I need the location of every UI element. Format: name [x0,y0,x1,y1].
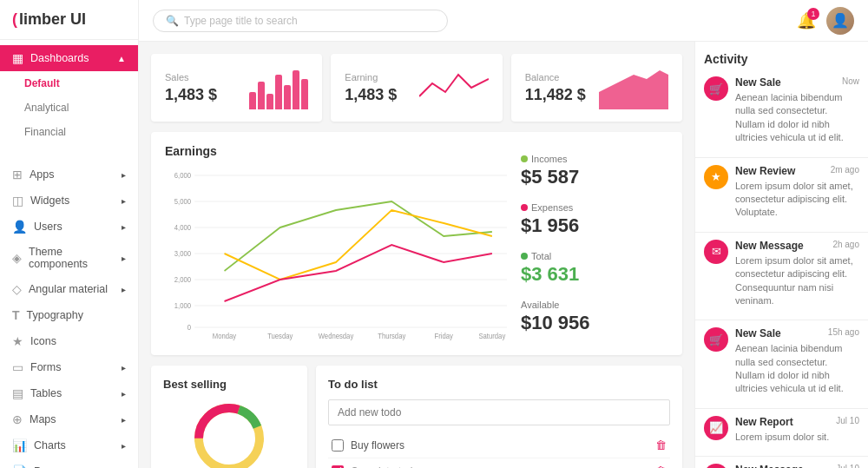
search-icon: 🔍 [166,15,179,27]
stat-label: Balance [525,72,586,82]
todo-input[interactable] [328,399,670,425]
total-value: $3 631 [521,263,668,286]
maps-icon: ⊕ [12,412,23,426]
activity-item-6: ✉ New Message Jul 10 Lorem ipsum dolor s… [704,464,859,468]
bar [301,79,308,109]
stat-label: Sales [165,72,217,82]
total-stat: Total $3 631 [521,251,668,286]
sidebar-item-label: Analytical [24,102,69,114]
sidebar-section-dashboards: ▦ Dashboards ▲ Default Analytical Financ… [0,40,138,149]
sidebar-item-analytical[interactable]: Analytical [0,96,138,120]
todo-checkbox-2[interactable] [332,465,344,469]
sidebar-item-pages[interactable]: 📄 Pages ▸ [0,458,138,468]
activity-body-5: New Report Jul 10 Lorem ipsum dolor sit. [735,416,859,444]
chevron-icon: ▲ [117,54,126,63]
incomes-dot [521,155,528,162]
main-area: 🔍 Type page title to search 🔔 1 👤 Sales … [139,0,868,468]
svg-text:3,000: 3,000 [174,248,192,258]
activity-panel: Activity 🛒 New Sale Now Aenean lacinia b… [694,42,868,468]
chevron-icon: ▸ [122,441,126,451]
svg-text:Thursday: Thursday [378,331,406,340]
activity-icon-1: 🛒 [704,76,728,101]
content-area: Sales 1,483 $ [139,42,868,468]
chevron-icon: ▸ [122,415,126,425]
sidebar-item-label: Dashboards [30,52,89,64]
activity-item-1: 🛒 New Sale Now Aenean lacinia bibendum n… [704,76,859,145]
dashboard-main: Sales 1,483 $ [139,42,694,468]
sidebar-item-dashboards[interactable]: ▦ Dashboards ▲ [0,45,138,71]
activity-item-3: ✉ New Message 2h ago Lorem ipsum dolor s… [704,240,859,308]
user-avatar[interactable]: 👤 [826,7,854,35]
sidebar-item-angular[interactable]: ◇ Angular material ▸ [0,276,138,302]
best-selling-title: Best selling [163,378,295,391]
svg-text:Saturday: Saturday [478,331,506,340]
todo-title: To do list [328,378,670,391]
stats-row: Sales 1,483 $ [151,54,682,122]
total-label: Total [521,251,668,261]
activity-icon-2: ★ [704,165,728,189]
donut-chart [163,399,295,468]
forms-icon: ▭ [12,360,23,374]
activity-icon-4: 🛒 [704,327,728,352]
angular-icon: ◇ [12,282,22,296]
widgets-icon: ◫ [12,194,23,208]
sidebar-item-widgets[interactable]: ◫ Widgets ▸ [0,188,138,214]
sidebar-section-main: ⊞ Apps ▸ ◫ Widgets ▸ 👤 Users ▸ ◈ Theme c… [0,156,138,468]
earnings-chart-left: Earnings 6,000 5,000 4,000 [165,144,507,343]
sidebar: (limber UI ▦ Dashboards ▲ Default Analyt… [0,0,139,468]
todo-section: To do list Buy flowers 🗑 Complete todo a… [316,366,682,468]
svg-text:1,000: 1,000 [174,300,192,310]
bar [275,75,282,109]
stat-value: 1,483 $ [345,86,397,104]
sidebar-item-label: Apps [30,168,55,181]
incomes-stat: Incomes $5 587 [521,154,668,188]
todo-delete-1[interactable]: 🗑 [655,438,667,452]
sidebar-item-maps[interactable]: ⊕ Maps ▸ [0,406,138,432]
sidebar-item-icons[interactable]: ★ Icons [0,328,138,354]
sidebar-item-label: Typography [27,309,83,321]
sidebar-item-label: Default [24,77,60,89]
users-icon: 👤 [12,220,27,234]
available-stat: Available $10 956 [521,300,668,334]
chevron-icon: ▸ [122,285,126,294]
activity-divider [695,408,868,409]
notification-icon[interactable]: 🔔 1 [797,11,816,30]
sidebar-item-default[interactable]: Default [0,71,138,96]
best-selling-section: Best selling Women bags [151,366,307,468]
stat-info: Earning 1,483 $ [345,72,397,104]
theme-icon: ◈ [12,251,22,265]
sidebar-item-theme-components[interactable]: ◈ Theme components ▸ [0,240,138,276]
activity-body-2: New Review 2m ago Lorem ipsum dolor sit … [735,165,859,220]
stat-info: Sales 1,483 $ [165,72,217,104]
todo-delete-2[interactable]: 🗑 [655,465,667,468]
chevron-icon: ▸ [122,254,126,263]
sidebar-item-users[interactable]: 👤 Users ▸ [0,214,138,240]
sidebar-item-apps[interactable]: ⊞ Apps ▸ [0,161,138,188]
stat-card-balance: Balance 11,482 $ [511,54,682,122]
todo-item-1: Buy flowers 🗑 [328,432,670,458]
chevron-icon: ▸ [122,196,126,206]
sidebar-item-label: Forms [30,361,61,373]
todo-checkbox-1[interactable] [332,439,344,452]
chevron-icon: ▸ [122,170,126,180]
stat-value: 1,483 $ [165,86,217,104]
sidebar-item-typography[interactable]: T Typography [0,302,138,328]
todo-item-2: Complete todo app 🗑 [328,458,670,468]
svg-text:6,000: 6,000 [174,170,192,180]
sidebar-item-financial[interactable]: Financial [0,120,138,144]
sidebar-item-label: Icons [30,335,56,347]
sidebar-item-tables[interactable]: ▤ Tables ▸ [0,380,138,406]
logo-bracket: ( [12,10,17,29]
app-logo: (limber UI [0,0,138,40]
svg-text:Wednesday: Wednesday [319,331,354,340]
expenses-stat: Expenses $1 956 [521,202,668,237]
sidebar-item-forms[interactable]: ▭ Forms ▸ [0,354,138,380]
incomes-value: $5 587 [521,166,668,188]
svg-marker-0 [599,70,668,109]
activity-body-1: New Sale Now Aenean lacinia bibendum nul… [735,76,859,145]
svg-text:Monday: Monday [213,331,237,340]
activity-icon-3: ✉ [704,240,728,264]
bar [258,82,265,109]
search-bar[interactable]: 🔍 Type page title to search [153,10,448,32]
sidebar-item-charts[interactable]: 📊 Charts ▸ [0,432,138,458]
